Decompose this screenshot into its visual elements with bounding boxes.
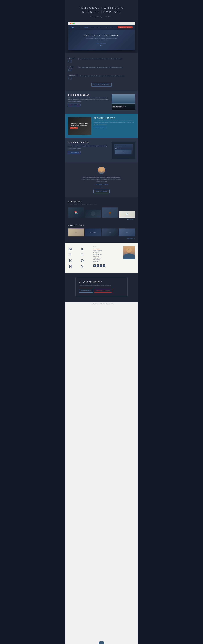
resources-section: RESOURCES Itaque earum rerum hic tenetur…	[65, 197, 138, 224]
free-analysis-button[interactable]: FREE SITE ANALYSIS	[92, 83, 112, 86]
portfolio-desc-2: Sed ut perspiciatis unde omnis iste natu…	[94, 120, 135, 125]
nav-link-about[interactable]: ABOUT / SKILLS	[97, 27, 104, 28]
portfolio-image-2: IT INDIVIDUALS IN CREATING G STRATEGIES …	[68, 117, 91, 134]
iam-role-1: DESIGNER	[93, 248, 122, 250]
iam-role-7: TRAVELER	[93, 259, 122, 261]
laptop-screen: – – – – – – – – – – – – – ABOUT US lands…	[114, 144, 133, 157]
testimonial-avatar	[98, 167, 105, 174]
testimonial-dot-2[interactable]	[101, 186, 102, 187]
letter-O: O	[80, 258, 92, 264]
resource-business-img: 💼	[102, 208, 118, 218]
watermark: www.themingwiththemlanadesign.com	[65, 302, 138, 306]
browser-section: ⊙⊙ BIO / ONE PROCESS FEATURED WORK ABOUT…	[65, 22, 138, 53]
process-item-1: Research 01 Quisque imperdiet, enim in f…	[68, 58, 135, 63]
work-inner-4: bridge	[119, 228, 135, 236]
resource-book-img: 📚	[68, 208, 84, 218]
letter-M: M	[68, 246, 80, 252]
nav-link-bio[interactable]: BIO / ONE	[80, 27, 84, 28]
nav-link-email[interactable]: EMAIL	[110, 27, 113, 28]
resource-item-3[interactable]: 💼	[102, 208, 118, 218]
portfolio-title-2: DE FINIBUS BONORUM	[94, 117, 135, 119]
instagram-icon[interactable]: in	[97, 264, 99, 267]
testimonial-dot-3[interactable]	[103, 186, 103, 187]
browser-mockup: ⊙⊙ BIO / ONE PROCESS FEATURED WORK ABOUT…	[68, 22, 135, 50]
portfolio-text-1: DE FINIBUS BONORUM Sed ut perspiciatis u…	[68, 94, 109, 106]
social-links: f in in g+	[93, 264, 122, 267]
latest-work-title: LATEST WORK	[68, 224, 135, 228]
portfolio-text-3: DE FINIBUS BONORUM Sed ut perspiciatis u…	[68, 142, 109, 154]
letter-H: H	[68, 264, 80, 270]
process-number-3: Optimization 03	[68, 74, 78, 80]
work-item-2[interactable]: STRINGS	[85, 228, 101, 236]
cta-analysis-button[interactable]: FREE SITE ANALYSIS	[94, 289, 112, 292]
portfolio-section-3: DE FINIBUS BONORUM Sed ut perspiciatis u…	[65, 138, 138, 162]
resources-view-all[interactable]: VIEW ALL ›	[68, 219, 135, 220]
iam-role-8: WRITER	[93, 261, 122, 263]
view-website-btn-3[interactable]: VIEW WEBSITE	[68, 151, 81, 154]
nav-link-process[interactable]: PROCESS	[85, 27, 88, 28]
nav-link-exp[interactable]: EXPERIENCE	[104, 27, 110, 28]
work-item-3[interactable]: work	[102, 228, 118, 236]
get-in-touch-button[interactable]: GET IN TOUCH	[93, 190, 110, 193]
work-inner-1: portrait	[68, 228, 84, 236]
process-item-2: Design 02 Quisque imperdiet, enim in fau…	[68, 66, 135, 72]
hero-dot-2[interactable]	[101, 45, 102, 46]
work-inner-3: work	[102, 228, 118, 236]
success-cta: LEARN MORE	[70, 127, 78, 129]
browser-dot-yellow[interactable]	[72, 23, 73, 24]
work-item-1[interactable]: portrait	[68, 228, 84, 236]
process-text-1: Quisque imperdiet, enim in faucibus laor…	[78, 58, 123, 63]
hero-dot-3[interactable]	[103, 45, 103, 46]
process-num-3: 03	[68, 76, 78, 80]
browser-dot-red[interactable]	[70, 23, 71, 24]
browser-bar	[68, 22, 135, 25]
site-logo: ⊙⊙	[71, 26, 74, 28]
portfolio-desc-3: Sed ut perspiciatis unde omnis iste natu…	[68, 144, 109, 150]
resource-item-4[interactable]: 📄	[119, 211, 135, 218]
cta-touch-button[interactable]: GET IN TOUCH	[79, 289, 93, 292]
header-subtitle: Designed by Matt Kohn	[68, 16, 135, 18]
linkedin-icon[interactable]: in	[100, 264, 102, 267]
iam-role-6: YOGI.NAGER	[93, 257, 122, 259]
cta-buttons: GET IN TOUCH FREE SITE ANALYSIS	[79, 289, 124, 292]
watermark-text: www.themingwiththemlanadesign.com	[90, 303, 113, 304]
browser-content: ⊙⊙ BIO / ONE PROCESS FEATURED WORK ABOUT…	[68, 25, 135, 50]
letters-column: M A T T K O H N	[68, 246, 92, 270]
paper-icon: 📄	[126, 213, 128, 216]
business-icon: 💼	[109, 211, 111, 214]
letter-N: N	[80, 264, 92, 270]
success-img-text: IT INDIVIDUALS IN CREATING G STRATEGIES …	[70, 123, 90, 126]
nav-cta-button[interactable]: FREE SITE ANALYSIS	[118, 26, 132, 28]
hero-nav: ⊙⊙ BIO / ONE PROCESS FEATURED WORK ABOUT…	[68, 25, 135, 30]
cta-title: UT ENIM AD MINIMA?	[79, 281, 124, 283]
resources-grid: 📚 💼 📄	[68, 208, 135, 218]
nav-links: BIO / ONE PROCESS FEATURED WORK ABOUT / …	[80, 27, 113, 28]
resource-item-1[interactable]: 📚	[68, 208, 84, 218]
book-icon: 📚	[74, 211, 78, 214]
process-number-1: Research 01	[68, 58, 76, 63]
browser-dot-green[interactable]	[73, 23, 75, 24]
work-inner-2: STRINGS	[85, 228, 101, 236]
letter-K: K	[68, 258, 80, 264]
cta-footer-section: UT ENIM AD MINIMA? Temporibus autem quib…	[65, 273, 138, 302]
facebook-icon[interactable]: f	[93, 264, 96, 267]
resources-subtitle: Itaque earum rerum hic tenetur a sapient…	[68, 204, 135, 205]
nav-link-work[interactable]: FEATURED WORK	[89, 27, 96, 28]
work-item-4[interactable]: bridge	[119, 228, 135, 236]
process-text-3: Quisque imperdiet, enim in faucibus laor…	[80, 74, 125, 80]
resource-item-2[interactable]	[85, 210, 101, 218]
work-grid: portrait STRINGS work bridge	[68, 228, 135, 236]
hero-dot-1[interactable]	[100, 45, 101, 46]
view-website-btn-2[interactable]: VIEW WEBSITE	[94, 127, 106, 129]
googleplus-icon[interactable]: g+	[103, 264, 105, 267]
work-view-all[interactable]: VIEW ALL ›	[68, 238, 135, 239]
testimonial-dot-1[interactable]	[100, 186, 101, 187]
process-number-2: Design 02	[68, 66, 75, 72]
resources-title: RESOURCES	[68, 201, 135, 202]
resource-paper-img: 📄	[119, 211, 135, 218]
view-website-btn-1[interactable]: VIEW WEBSITE	[68, 104, 81, 106]
laptop-content: – – – – – – – – – – – – – ABOUT US lands…	[114, 144, 133, 155]
process-num-2: 02	[68, 68, 75, 72]
portfolio-text-2: DE FINIBUS BONORUM Sed ut perspiciatis u…	[94, 117, 135, 129]
page-title: Personal Portfolio Website Template	[68, 6, 135, 14]
